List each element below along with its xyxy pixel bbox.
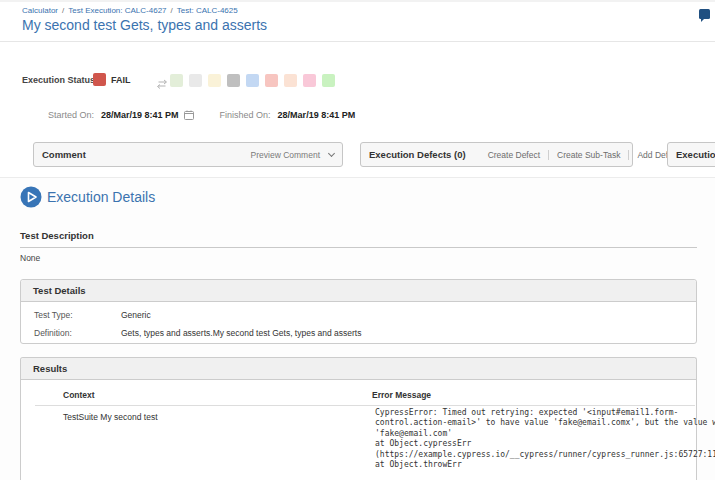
breadcrumb-separator: / [171, 6, 173, 15]
calendar-icon[interactable] [184, 110, 194, 120]
status-option-square[interactable] [227, 74, 240, 87]
status-option-square[interactable] [170, 74, 183, 87]
comment-panel-header[interactable]: Comment Preview Comment [33, 142, 343, 167]
play-circle-icon [20, 186, 42, 208]
execution-defects-panel-header[interactable]: Execution Defects (0) Create Defect Crea… [360, 142, 633, 167]
results-panel: Results Context Error Message TestSuite … [20, 357, 697, 480]
status-palette [170, 74, 341, 87]
status-option-square[interactable] [303, 74, 316, 87]
finished-on-value: 28/Mar/19 8:41 PM [278, 110, 356, 120]
started-on-value: 28/Mar/19 8:41 PM [101, 110, 179, 120]
result-row-error-message: CypressError: Timed out retrying: expect… [375, 408, 715, 470]
definition-row: Definition: Gets, types and asserts.My s… [21, 328, 696, 338]
xray-test-run-page: Calculator/Test Execution: CALC-4627/Tes… [0, 0, 715, 480]
definition-value: Gets, types and asserts.My second test G… [121, 328, 361, 338]
started-on-label: Started On: [48, 110, 94, 120]
breadcrumb-link-test[interactable]: Test: CALC-4625 [177, 6, 238, 15]
status-option-square[interactable] [246, 74, 259, 87]
execution-status-label: Execution Status [22, 75, 95, 85]
execution-details-heading-text: Execution Details [47, 189, 155, 205]
breadcrumb-separator: / [62, 6, 64, 15]
page-title: My second test Gets, types and asserts [22, 17, 267, 33]
comment-panel-title: Comment [42, 149, 86, 160]
execution-defects-title: Execution Defects (0) [369, 149, 466, 160]
chat-bubble-icon[interactable] [698, 8, 711, 26]
definition-label: Definition: [34, 328, 121, 338]
test-type-label: Test Type: [34, 310, 121, 320]
test-details-panel: Test Details Test Type: Generic Definiti… [20, 279, 697, 344]
create-defect-link[interactable]: Create Defect [480, 150, 548, 160]
window-top-edge [0, 0, 715, 2]
fail-status-text: FAIL [111, 75, 131, 85]
header-divider [0, 41, 715, 42]
execution-details-heading: Execution Details [20, 186, 155, 208]
results-panel-header: Results [21, 358, 696, 380]
change-status-arrows-icon[interactable] [156, 75, 168, 93]
test-type-value: Generic [121, 310, 151, 320]
breadcrumb-link-project[interactable]: Calculator [22, 6, 58, 15]
finished-on-label: Finished On: [220, 110, 271, 120]
fail-status-square [93, 73, 106, 86]
preview-comment-link[interactable]: Preview Comment [251, 150, 320, 160]
execution-evidence-panel-header[interactable]: Execution Evidence [667, 142, 715, 167]
status-option-square[interactable] [208, 74, 221, 87]
error-message-column-header: Error Message [372, 390, 431, 400]
status-option-square[interactable] [322, 74, 335, 87]
test-description-value: None [20, 253, 40, 263]
status-option-square[interactable] [265, 74, 278, 87]
breadcrumb: Calculator/Test Execution: CALC-4627/Tes… [22, 6, 238, 15]
test-type-row: Test Type: Generic [21, 310, 696, 320]
result-row-context: TestSuite My second test [63, 412, 158, 422]
execution-status-value: FAIL [93, 73, 131, 86]
defect-actions: Create Defect Create Sub-Task Add Defect… [480, 150, 692, 160]
status-option-square[interactable] [189, 74, 202, 87]
table-header-divider [35, 405, 695, 406]
breadcrumb-link-test-execution[interactable]: Test Execution: CALC-4627 [68, 6, 166, 15]
execution-dates: Started On: 28/Mar/19 8:41 PM Finished O… [48, 110, 355, 120]
test-description-header: Test Description [20, 230, 697, 248]
execution-evidence-title: Execution Evidence [676, 149, 715, 160]
chevron-down-icon[interactable] [328, 149, 335, 156]
test-details-panel-header: Test Details [21, 280, 696, 302]
context-column-header: Context [63, 390, 95, 400]
status-option-square[interactable] [284, 74, 297, 87]
create-subtask-link[interactable]: Create Sub-Task [548, 150, 628, 160]
